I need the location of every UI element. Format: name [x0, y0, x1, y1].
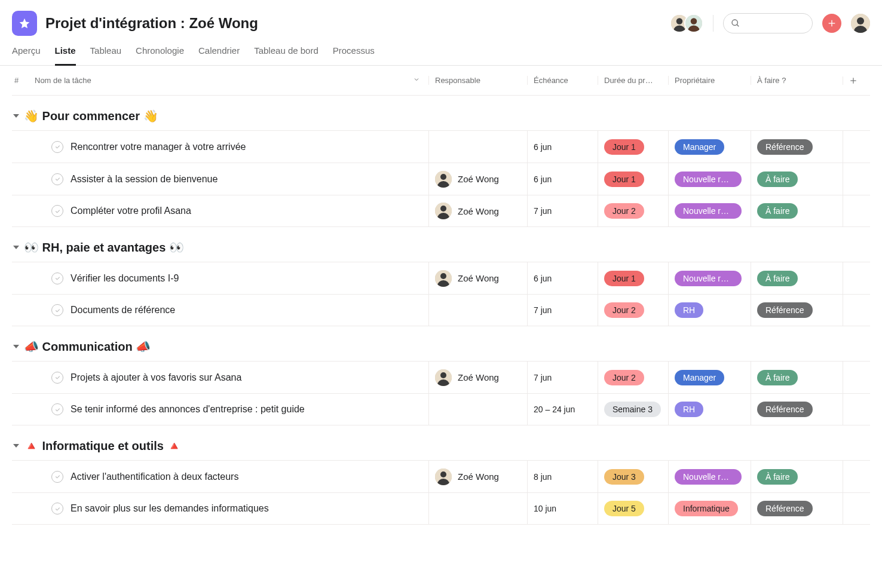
- tab-chronologie[interactable]: Chronologie: [136, 45, 184, 65]
- todo-cell[interactable]: À faire: [751, 262, 843, 294]
- assignee-cell[interactable]: Zoé Wong: [428, 195, 527, 226]
- complete-checkbox[interactable]: [51, 205, 63, 217]
- complete-checkbox[interactable]: [51, 403, 63, 415]
- duration-cell[interactable]: Jour 5: [598, 493, 668, 524]
- add-button[interactable]: [822, 14, 841, 33]
- tab-liste[interactable]: Liste: [55, 45, 76, 66]
- table-row[interactable]: Activer l'authentification à deux facteu…: [12, 460, 870, 492]
- add-column-button[interactable]: [843, 76, 870, 85]
- owner-pill: Informatique: [675, 501, 738, 516]
- complete-checkbox[interactable]: [51, 372, 63, 384]
- due-date: 10 jun: [534, 504, 556, 513]
- column-headers: # Nom de la tâche Responsable Échéance D…: [12, 66, 870, 96]
- owner-cell[interactable]: RH: [668, 394, 751, 425]
- assignee-cell[interactable]: Zoé Wong: [428, 461, 527, 492]
- duration-cell[interactable]: Jour 1: [598, 131, 668, 163]
- owner-cell[interactable]: Nouvelle re…: [668, 262, 751, 294]
- todo-cell[interactable]: Référence: [751, 131, 843, 163]
- due-date-cell[interactable]: 8 jun: [527, 461, 598, 492]
- owner-cell[interactable]: Manager: [668, 362, 751, 393]
- complete-checkbox[interactable]: [51, 272, 63, 284]
- due-date-cell[interactable]: 7 jun: [527, 195, 598, 226]
- complete-checkbox[interactable]: [51, 471, 63, 483]
- todo-cell[interactable]: Référence: [751, 394, 843, 425]
- section-header[interactable]: 👀 RH, paie et avantages 👀: [12, 227, 870, 262]
- owner-cell[interactable]: Nouvelle re…: [668, 195, 751, 226]
- duration-cell[interactable]: Jour 1: [598, 262, 668, 294]
- complete-checkbox[interactable]: [51, 503, 63, 514]
- owner-cell[interactable]: Manager: [668, 131, 751, 163]
- table-row[interactable]: Vérifier les documents I-9Zoé Wong6 junJ…: [12, 262, 870, 294]
- due-date-cell[interactable]: 6 jun: [527, 262, 598, 294]
- assignee-name: Zoé Wong: [458, 273, 499, 283]
- section-title: 📣 Communication 📣: [24, 339, 151, 354]
- todo-pill: À faire: [757, 370, 798, 385]
- due-date-cell[interactable]: 7 jun: [527, 295, 598, 326]
- task-name: Compléter votre profil Asana: [71, 206, 191, 216]
- col-owner-header[interactable]: Propriétaire: [668, 76, 751, 85]
- tab-tableau-de-bord[interactable]: Tableau de bord: [254, 45, 318, 65]
- assignee-cell[interactable]: [428, 295, 527, 326]
- table-row[interactable]: Rencontrer votre manager à votre arrivée…: [12, 130, 870, 163]
- duration-cell[interactable]: Jour 3: [598, 461, 668, 492]
- owner-cell[interactable]: Nouvelle re…: [668, 461, 751, 492]
- todo-cell[interactable]: À faire: [751, 461, 843, 492]
- assignee-cell[interactable]: [428, 394, 527, 425]
- col-resp-header[interactable]: Responsable: [428, 76, 527, 85]
- table-row[interactable]: Projets à ajouter à vos favoris sur Asan…: [12, 361, 870, 393]
- complete-checkbox[interactable]: [51, 304, 63, 316]
- tab-aperçu[interactable]: Aperçu: [12, 45, 41, 65]
- due-date-cell[interactable]: 10 jun: [527, 493, 598, 524]
- user-avatar[interactable]: [851, 14, 870, 33]
- table-row[interactable]: Documents de référence7 junJour 2RHRéfér…: [12, 294, 870, 326]
- col-todo-header[interactable]: À faire ?: [751, 76, 843, 85]
- duration-cell[interactable]: Jour 2: [598, 295, 668, 326]
- table-row[interactable]: Compléter votre profil AsanaZoé Wong7 ju…: [12, 195, 870, 227]
- assignee-name: Zoé Wong: [458, 174, 499, 184]
- section-header[interactable]: 👋 Pour commencer 👋: [12, 96, 870, 130]
- table-row[interactable]: Se tenir informé des annonces d'entrepri…: [12, 393, 870, 425]
- table-row[interactable]: En savoir plus sur les demandes informat…: [12, 492, 870, 525]
- owner-pill: Nouvelle re…: [675, 172, 742, 187]
- due-date-cell[interactable]: 7 jun: [527, 362, 598, 393]
- assignee-name: Zoé Wong: [458, 372, 499, 382]
- assignee-cell[interactable]: [428, 131, 527, 163]
- owner-cell[interactable]: Nouvelle re…: [668, 163, 751, 195]
- duration-cell[interactable]: Jour 2: [598, 195, 668, 226]
- todo-cell[interactable]: À faire: [751, 362, 843, 393]
- assignee-cell[interactable]: Zoé Wong: [428, 362, 527, 393]
- duration-cell[interactable]: Jour 1: [598, 163, 668, 195]
- owner-cell[interactable]: RH: [668, 295, 751, 326]
- assignee-cell[interactable]: Zoé Wong: [428, 262, 527, 294]
- complete-checkbox[interactable]: [51, 173, 63, 185]
- tab-processus[interactable]: Processus: [333, 45, 375, 65]
- due-date-cell[interactable]: 6 jun: [527, 163, 598, 195]
- tab-calendrier[interactable]: Calendrier: [198, 45, 240, 65]
- duration-cell[interactable]: Semaine 3: [598, 394, 668, 425]
- duration-cell[interactable]: Jour 2: [598, 362, 668, 393]
- owner-cell[interactable]: Informatique: [668, 493, 751, 524]
- section-header[interactable]: 🔺 Informatique et outils 🔺: [12, 425, 870, 460]
- section-title: 👋 Pour commencer 👋: [24, 109, 158, 123]
- search-input[interactable]: [723, 13, 813, 33]
- col-duration-header[interactable]: Durée du pr…: [598, 76, 668, 85]
- todo-cell[interactable]: À faire: [751, 195, 843, 226]
- todo-cell[interactable]: Référence: [751, 295, 843, 326]
- due-date: 20 – 24 jun: [534, 405, 575, 414]
- section-header[interactable]: 📣 Communication 📣: [12, 326, 870, 361]
- member-avatars[interactable]: [675, 14, 703, 33]
- col-name-header[interactable]: Nom de la tâche: [35, 76, 428, 85]
- avatar: [684, 14, 703, 33]
- complete-checkbox[interactable]: [51, 141, 63, 153]
- col-due-header[interactable]: Échéance: [527, 76, 598, 85]
- duration-pill: Jour 2: [604, 370, 644, 385]
- due-date: 7 jun: [534, 373, 552, 382]
- todo-cell[interactable]: À faire: [751, 163, 843, 195]
- table-row[interactable]: Assister à la session de bienvenueZoé Wo…: [12, 163, 870, 195]
- assignee-cell[interactable]: [428, 493, 527, 524]
- todo-cell[interactable]: Référence: [751, 493, 843, 524]
- due-date-cell[interactable]: 6 jun: [527, 131, 598, 163]
- assignee-cell[interactable]: Zoé Wong: [428, 163, 527, 195]
- due-date-cell[interactable]: 20 – 24 jun: [527, 394, 598, 425]
- tab-tableau[interactable]: Tableau: [90, 45, 122, 65]
